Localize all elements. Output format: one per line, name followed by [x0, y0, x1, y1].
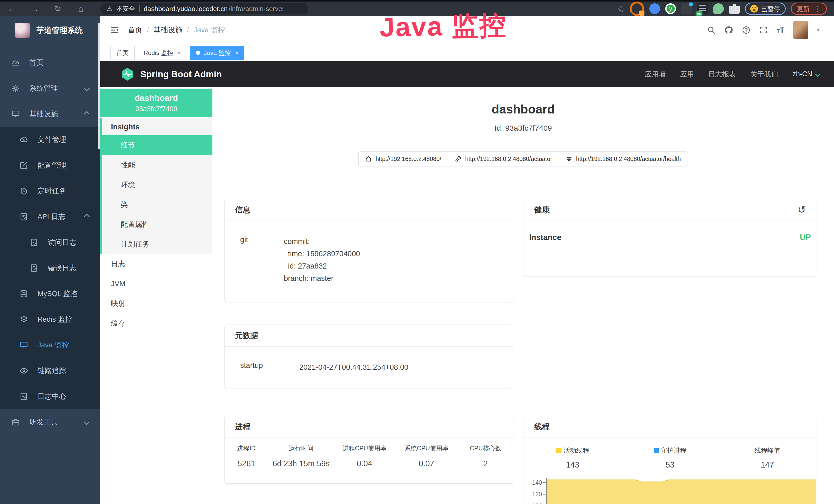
sidebar-item-scheduled-jobs[interactable]: 定时任务 [0, 178, 100, 204]
sba-nav-about[interactable]: 关于我们 [750, 70, 778, 79]
sidebar-item-log-center[interactable]: 日志中心 [0, 384, 100, 409]
app-title: 芋道管理系统 [37, 25, 83, 36]
browser-reload-icon[interactable]: ↻ [46, 4, 69, 14]
extension-icon-2[interactable] [649, 3, 660, 14]
threads-card-header: 线程 [524, 416, 816, 438]
breadcrumb-section[interactable]: 基础设施 [154, 25, 182, 35]
threads-chart: 140 120 100 [524, 478, 816, 504]
sidebar-item-infra[interactable]: 基础设施 [0, 101, 100, 127]
breadcrumb-home[interactable]: 首页 [128, 25, 142, 35]
sba-item-logfile[interactable]: 日志 [100, 254, 213, 274]
chart-y-axis: 140 120 100 [524, 478, 546, 504]
chevron-down-icon [84, 419, 90, 425]
sidebar-item-dev-tools[interactable]: 研发工具 [0, 409, 100, 435]
sidebar-item-java-monitor[interactable]: Java 监控 [0, 332, 100, 358]
avatar-caret-icon[interactable]: ▾ [817, 27, 820, 33]
sidebar-item-system[interactable]: 系统管理 [0, 75, 100, 101]
help-icon[interactable] [742, 26, 750, 35]
extension-icon-4[interactable] [681, 3, 692, 14]
divider [534, 251, 806, 251]
tab-home[interactable]: 首页 [110, 46, 135, 60]
sba-nav-applications[interactable]: 应用 [680, 70, 694, 79]
chevron-down-icon [815, 71, 820, 77]
sidebar-item-mysql-monitor[interactable]: MySQL 监控 [0, 281, 100, 306]
browser-back-icon[interactable]: ← [0, 4, 23, 14]
extension-icon-1[interactable] [630, 2, 644, 16]
tab-redis-monitor[interactable]: Redis 监控 × [138, 46, 187, 60]
sidebar: 芋道管理系统 首页 系统管理 基础设施 文件管理 [0, 16, 100, 504]
sba-item-jvm[interactable]: JVM [100, 274, 213, 294]
legend-value: 147 [719, 460, 816, 469]
sba-item-metrics[interactable]: 性能 [102, 155, 213, 175]
close-icon[interactable]: × [235, 49, 238, 56]
service-url-button[interactable]: http://192.168.0.2:48080/ [358, 152, 448, 166]
puzzle-extensions-icon[interactable] [729, 3, 740, 14]
paused-label: 已暂停 [761, 5, 780, 13]
chrome-update-button[interactable]: 更新 ⋮ [791, 3, 827, 15]
sba-item-configprops[interactable]: 配置属性 [102, 214, 213, 234]
font-size-icon[interactable]: TT [777, 26, 785, 35]
process-col-cores: CPU核心数 2 [458, 444, 513, 468]
health-status-badge: UP [800, 233, 811, 242]
sba-item-scheduled[interactable]: 计划任务 [102, 234, 213, 254]
doc-edit-icon [20, 392, 28, 401]
search-icon[interactable] [707, 26, 716, 35]
fullscreen-icon[interactable] [759, 26, 768, 35]
legend-peak-threads: 线程峰值 147 [719, 446, 816, 469]
close-icon[interactable]: × [177, 49, 181, 56]
sba-item-mappings[interactable]: 映射 [100, 294, 213, 313]
github-icon[interactable] [724, 26, 733, 35]
sidebar-item-file-mgmt[interactable]: 文件管理 [0, 127, 100, 153]
legend-live-threads: 活动线程 143 [524, 446, 621, 469]
sidebar-item-access-log[interactable]: 访问日志 [0, 230, 100, 255]
metadata-row-startup: startup 2021-04-27T00:44:31.254+08:00 [235, 353, 503, 373]
extension-icon-3[interactable]: y [665, 3, 676, 14]
security-label[interactable]: 不安全 [117, 5, 135, 13]
sba-insights-group: Insights 细节 性能 环境 类 配置属性 计划任务 [100, 118, 213, 254]
process-table: 进程ID 5261 运行时间 6d 23h 15m 59s 进程CPU使用率 0… [225, 438, 513, 468]
history-icon[interactable]: ↺ [797, 204, 806, 215]
browser-home-icon[interactable]: ⌂ [69, 4, 92, 14]
user-avatar[interactable] [793, 21, 808, 39]
sidebar-scrollbar[interactable] [98, 23, 100, 150]
sidebar-item-home[interactable]: 首页 [0, 50, 100, 75]
tab-java-monitor[interactable]: Java 监控 × [190, 46, 244, 60]
info-row-value: commit: time: 1596289704000 id: 27aa832 … [284, 235, 360, 284]
sba-item-classes[interactable]: 类 [102, 194, 213, 214]
sba-nav-wall[interactable]: 应用墙 [645, 70, 665, 79]
chart-plot-area [546, 478, 816, 504]
extension-icon-6[interactable] [713, 3, 724, 14]
sba-brand[interactable]: Spring Boot Admin [120, 67, 222, 82]
browser-menu-icon[interactable]: ⋮ [814, 5, 821, 13]
sba-logo-icon [120, 67, 135, 82]
sidebar-item-tracing[interactable]: 链路追踪 [0, 358, 100, 384]
monitor-icon [11, 110, 20, 118]
sidebar-item-label: MySQL 监控 [38, 289, 78, 299]
address-bar[interactable]: ⚠ 不安全 dashboard.yudao.iocoder.cn/infra/a… [100, 3, 308, 15]
sidebar-item-redis-monitor[interactable]: Redis 监控 [0, 306, 100, 332]
security-warning-icon[interactable]: ⚠ [107, 5, 112, 12]
sba-nav-journal[interactable]: 日志报表 [708, 70, 736, 79]
sidebar-item-config-mgmt[interactable]: 配置管理 [0, 153, 100, 178]
process-col-value: 5261 [225, 459, 268, 468]
app-logo-row[interactable]: 芋道管理系统 [0, 16, 100, 45]
sba-item-details[interactable]: 细节 [102, 135, 213, 155]
bookmark-star-icon[interactable]: ☆ [617, 4, 625, 14]
breadcrumb-separator: / [147, 26, 149, 34]
tab-label: 首页 [116, 49, 129, 57]
browser-forward-icon[interactable]: → [23, 4, 46, 14]
screenshot-root: ← → ↻ ⌂ ⚠ 不安全 dashboard.yudao.iocoder.cn… [0, 0, 834, 504]
sidebar-item-label: 系统管理 [29, 84, 58, 93]
sidebar-item-api-log[interactable]: API 日志 [0, 204, 100, 230]
actuator-url-button[interactable]: http://192.168.0.2:48080/actuator [448, 152, 559, 166]
sba-instance-header[interactable]: dashboard 93a3fc7f7409 [100, 89, 213, 117]
sba-item-caches[interactable]: 缓存 [100, 313, 213, 333]
sidebar-item-error-log[interactable]: 错误日志 [0, 255, 100, 281]
sba-locale-select[interactable]: zh-CN [792, 70, 820, 78]
profile-paused-chip[interactable]: 已暂停 [745, 3, 786, 15]
sba-item-env[interactable]: 环境 [102, 175, 213, 194]
page-instance-id: Id: 93a3fc7f7409 [213, 124, 834, 133]
hamburger-icon[interactable] [109, 26, 120, 35]
health-url-button[interactable]: http://192.168.0.2:48080/actuator/health [559, 152, 688, 166]
extension-icon-5[interactable]: on [697, 3, 708, 14]
